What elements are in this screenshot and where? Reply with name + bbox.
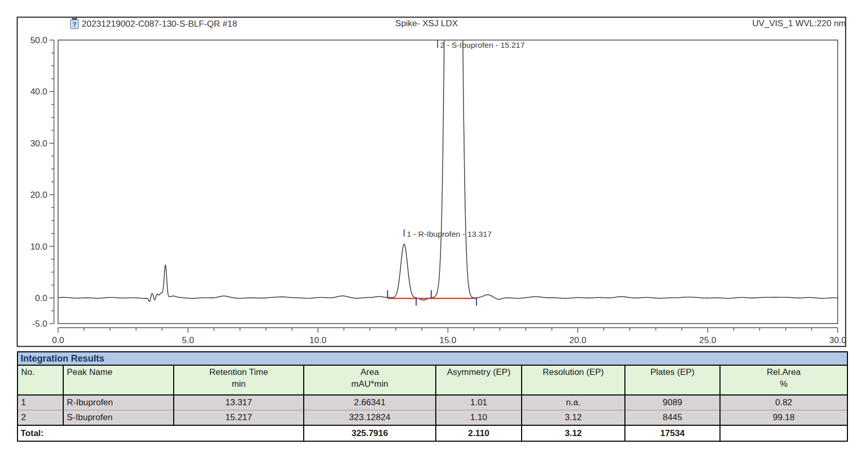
- col-header-asym: Asymmetry (EP): [436, 366, 522, 395]
- chromatogram-chart: ?20231219002-C087-130-S-BLF-QR #18Spike-…: [0, 0, 868, 349]
- col-header-label: Plates (EP): [626, 367, 719, 377]
- total-plates: 17534: [625, 425, 720, 441]
- col-header-label: Rel.Area: [721, 367, 846, 377]
- col-header-label: Peak Name: [67, 367, 173, 377]
- svg-text:1 - R-Ibuprofen - 13.317: 1 - R-Ibuprofen - 13.317: [407, 230, 491, 238]
- peak-row-1: 1R-Ibuprofen13.3172.663411.01n.a.90890.8…: [18, 395, 847, 410]
- cell-2-relarea: 99.18: [720, 410, 847, 426]
- col-header-label: No.: [21, 367, 62, 377]
- total-area: 325.7916: [304, 425, 436, 441]
- y-tick-label: 30.0: [30, 139, 47, 148]
- peak-label: 2 - S-Ibuprofen - 15.217: [437, 41, 525, 49]
- y-tick-label: 10.0: [30, 242, 47, 252]
- integration-results-title: Integration Results: [18, 352, 847, 366]
- y-tick-label: -5.0: [32, 319, 47, 329]
- cell-2-plates: 8445: [625, 410, 720, 426]
- cell-1-no: 1: [18, 395, 63, 410]
- cell-2-rt: 15.217: [174, 410, 304, 426]
- cell-2-asym: 1.10: [436, 410, 522, 426]
- peak-row-2: 2S-Ibuprofen15.217323.128241.103.1284459…: [18, 410, 847, 426]
- col-header-label: Resolution (EP): [523, 367, 624, 377]
- cell-1-relarea: 0.82: [720, 395, 847, 410]
- col-header-label: Asymmetry (EP): [437, 367, 521, 377]
- chart-channel-label: UV_VIS_1 WVL:220 nm: [752, 18, 846, 28]
- x-tick-label: 25.0: [699, 335, 716, 345]
- total-label: Total:: [18, 425, 304, 441]
- cell-1-area: 2.66341: [304, 395, 436, 410]
- total-res: 3.12: [522, 425, 625, 441]
- y-tick-label: 50.0: [30, 35, 47, 45]
- svg-text:?: ?: [72, 21, 77, 28]
- x-tick-label: 0.0: [52, 335, 64, 345]
- x-tick-label: 15.0: [439, 335, 456, 345]
- col-header-rt: Retention Timemin: [174, 366, 304, 395]
- col-header-no: No.: [18, 366, 63, 395]
- integration-results-table: No.Peak NameRetention TimeminAreamAU*min…: [18, 366, 847, 441]
- col-header-unit: mAU*min: [305, 379, 435, 389]
- col-header-plates: Plates (EP): [625, 366, 720, 395]
- integration-results-panel: Integration Results No.Peak NameRetentio…: [17, 351, 848, 442]
- x-tick-label: 5.0: [182, 335, 194, 345]
- col-header-name: Peak Name: [63, 366, 174, 395]
- cell-1-plates: 9089: [625, 395, 720, 410]
- peak-label: 1 - R-Ibuprofen - 13.317: [404, 230, 491, 238]
- chart-sample-name: 20231219002-C087-130-S-BLF-QR #18: [82, 19, 237, 29]
- sample-injection-vial-icon: ?: [70, 18, 79, 29]
- cell-2-no: 2: [18, 410, 63, 426]
- total-relarea: [720, 425, 847, 441]
- y-tick-label: 40.0: [30, 87, 47, 97]
- svg-text:2 - S-Ibuprofen - 15.217: 2 - S-Ibuprofen - 15.217: [440, 41, 525, 49]
- cell-2-name: S-Ibuprofen: [63, 410, 174, 426]
- col-header-label: Retention Time: [175, 367, 303, 377]
- chromatography-report-page: ?20231219002-C087-130-S-BLF-QR #18Spike-…: [0, 0, 868, 472]
- y-tick-label: 0.0: [35, 293, 47, 303]
- x-tick-label: 30.0: [829, 335, 846, 345]
- col-header-area: AreamAU*min: [304, 366, 436, 395]
- chart-title: Spike- XSJ LDX: [395, 18, 458, 28]
- total-asym: 2.110: [436, 425, 522, 441]
- col-header-res: Resolution (EP): [522, 366, 625, 395]
- cell-1-res: n.a.: [522, 395, 625, 410]
- x-tick-label: 10.0: [309, 335, 326, 345]
- col-header-unit: %: [721, 379, 846, 389]
- y-tick-label: 20.0: [30, 190, 47, 200]
- cell-1-asym: 1.01: [436, 395, 522, 410]
- col-header-relarea: Rel.Area%: [720, 366, 847, 395]
- col-header-unit: min: [175, 379, 303, 389]
- x-tick-label: 20.0: [569, 335, 586, 345]
- total-row: Total:325.79162.1103.1217534: [18, 425, 847, 441]
- cell-1-name: R-Ibuprofen: [63, 395, 174, 410]
- cell-1-rt: 13.317: [174, 395, 304, 410]
- col-header-label: Area: [305, 367, 435, 377]
- cell-2-res: 3.12: [522, 410, 625, 426]
- cell-2-area: 323.12824: [304, 410, 436, 426]
